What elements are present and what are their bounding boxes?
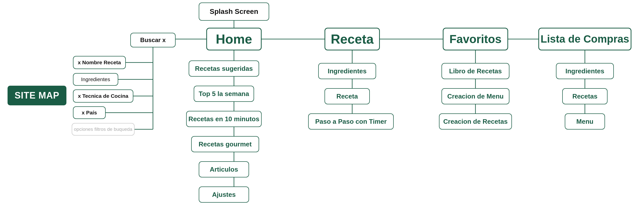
buscar-node: Buscar x — [130, 33, 176, 47]
favoritos-label: Favoritos — [449, 32, 501, 46]
splash-screen-label: Splash Screen — [210, 8, 258, 16]
site-map-label: SITE MAP — [8, 86, 66, 105]
tecnica-label: x Tecnica de Cocina — [78, 93, 128, 99]
ingredientes-lista-label: Ingredientes — [566, 67, 605, 75]
receta-node: Receta — [325, 28, 380, 50]
creacion-menu-label: Creacion de Menu — [447, 92, 504, 100]
articulos-label: Articulos — [210, 166, 238, 173]
receta-child-label: Receta — [336, 92, 358, 100]
ingredientes-receta-node: Ingredientes — [318, 63, 376, 79]
nombre-receta-label: x Nombre Receta — [78, 59, 121, 66]
top5-node: Top 5 la semana — [194, 86, 254, 102]
splash-screen-node: Splash Screen — [199, 3, 269, 21]
ingredientes-buscar-label: Ingredientes — [81, 76, 110, 82]
recetas-sugeridas-label: Recetas sugeridas — [195, 65, 253, 73]
recetas-gourmet-node: Recetas gourmet — [191, 136, 259, 152]
lista-node: Lista de Compras — [538, 28, 631, 50]
home-node: Home — [206, 28, 262, 50]
recetas-gourmet-label: Recetas gourmet — [199, 140, 252, 148]
libro-node: Libro de Recetas — [441, 63, 509, 79]
home-label: Home — [216, 32, 252, 47]
creacion-recetas-node: Creacion de Recetas — [439, 113, 512, 130]
ingredientes-receta-label: Ingredientes — [328, 67, 367, 75]
lista-label: Lista de Compras — [541, 33, 629, 45]
recetas-sugeridas-node: Recetas sugeridas — [189, 60, 259, 77]
pais-label: x País — [82, 110, 97, 116]
recetas10min-node: Recetas en 10 minutos — [186, 111, 262, 127]
ajustes-label: Ajustes — [212, 191, 236, 199]
receta-label: Receta — [331, 32, 374, 47]
favoritos-node: Favoritos — [443, 28, 508, 50]
receta-child-node: Receta — [325, 88, 370, 104]
ingredientes-lista-node: Ingredientes — [556, 63, 614, 79]
paso-node: Paso a Paso con Timer — [308, 113, 394, 130]
recetas-lista-node: Recetas — [562, 88, 608, 104]
recetas-lista-label: Recetas — [572, 92, 597, 100]
opciones-label: opciones filtros de buqueda — [74, 127, 132, 132]
tecnica-node: x Tecnica de Cocina — [73, 89, 133, 103]
articulos-node: Articulos — [199, 161, 249, 177]
recetas10min-label: Recetas en 10 minutos — [188, 115, 259, 123]
opciones-node: opciones filtros de buqueda — [72, 123, 135, 136]
ajustes-node: Ajustes — [199, 186, 249, 203]
top5-label: Top 5 la semana — [199, 90, 249, 98]
creacion-recetas-label: Creacion de Recetas — [443, 118, 508, 126]
menu-lista-node: Menu — [565, 113, 605, 130]
pais-node: x País — [73, 106, 106, 119]
creacion-menu-node: Creacion de Menu — [441, 88, 509, 104]
ingredientes-buscar-node: Ingredientes — [73, 73, 118, 86]
libro-label: Libro de Recetas — [449, 67, 502, 75]
menu-lista-label: Menu — [576, 118, 593, 126]
buscar-label: Buscar x — [140, 37, 166, 44]
paso-label: Paso a Paso con Timer — [315, 118, 387, 126]
nombre-receta-node: x Nombre Receta — [73, 56, 126, 69]
